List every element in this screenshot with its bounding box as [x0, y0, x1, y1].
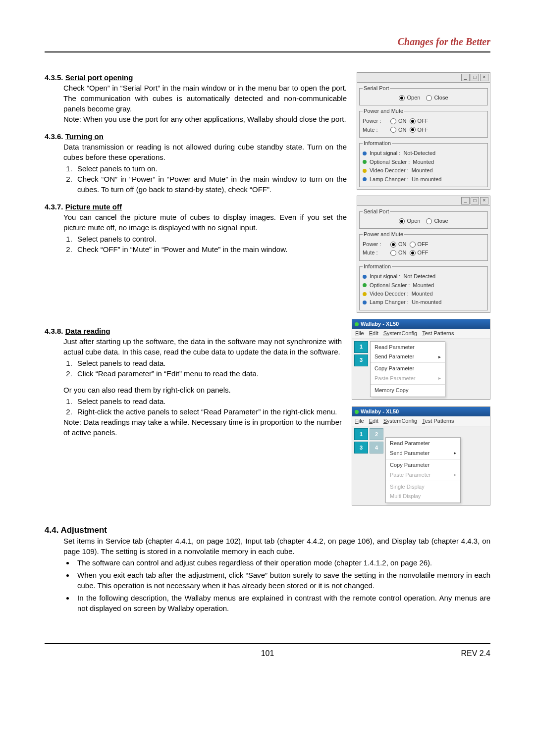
- menu-memory-copy[interactable]: Memory Copy: [371, 386, 445, 395]
- ctx-single-display: Single Display: [386, 482, 460, 492]
- section-4-3-6-list: Select panels to turn on. Check “ON” in …: [45, 163, 347, 195]
- chevron-right-icon: ▸: [454, 450, 456, 456]
- information-group: Information Input signal :Not-Detected O…: [359, 263, 488, 310]
- menu-edit[interactable]: Edit: [369, 330, 378, 337]
- status-dot-icon: [363, 160, 367, 164]
- ctx-multi-display: Multi Display: [386, 492, 460, 501]
- list-item: The software can control and adjust cube…: [74, 557, 490, 568]
- section-4-3-8-p3: Note: Data readings may take a while. Ne…: [63, 417, 342, 438]
- wallaby-window-edit-menu: Wallaby - XL50 FFileile Edit SystemConfi…: [352, 319, 490, 400]
- serial-close-radio[interactable]: Close: [426, 94, 448, 101]
- revision-label: REV 2.4: [461, 648, 490, 659]
- page-number: 101: [45, 648, 490, 659]
- ctx-send-parameter[interactable]: Send Parameter▸: [386, 449, 460, 458]
- section-4-4-p1: Set items in Service tab (chapter 4.4.1,…: [63, 536, 490, 556]
- section-4-4-bullets: The software can control and adjust cube…: [45, 557, 490, 613]
- panel-cell[interactable]: 3: [354, 354, 368, 366]
- section-4-3-5-p2: Note: When you use the port for any othe…: [63, 114, 347, 124]
- panel-cell[interactable]: 3: [354, 442, 368, 454]
- power-label: Power :: [363, 241, 387, 248]
- minimize-icon[interactable]: _: [461, 197, 470, 204]
- panel-cell[interactable]: 1: [354, 428, 368, 440]
- status-dot-icon: [363, 283, 367, 287]
- panel-cell[interactable]: 4: [370, 442, 383, 454]
- list-item: Check “OFF” in “Mute” in “Power and Mute…: [74, 244, 347, 254]
- mute-label: Mute :: [363, 249, 387, 256]
- app-title: Wallaby - XL50: [352, 319, 490, 329]
- menu-paste-parameter: Paste Parameter▸: [371, 374, 445, 383]
- status-dot-icon: [363, 301, 367, 304]
- list-item: Select panels to turn on.: [74, 163, 347, 174]
- power-off-radio[interactable]: OFF: [410, 241, 428, 248]
- menu-systemconfig[interactable]: SystemConfig: [383, 417, 417, 425]
- close-icon[interactable]: ×: [480, 197, 488, 204]
- list-item: Right-click the active panels to select …: [74, 406, 342, 417]
- edit-dropdown: Read Parameter Send Parameter▸ Copy Para…: [370, 341, 445, 397]
- section-4-3-8-list-a: Select panels to read data. Click “Read …: [45, 358, 342, 379]
- app-title: Wallaby - XL50: [352, 407, 490, 416]
- menu-file[interactable]: FFileile: [355, 330, 364, 337]
- maximize-icon[interactable]: □: [471, 74, 479, 81]
- menu-testpatterns[interactable]: Test Patterns: [422, 330, 454, 337]
- chevron-right-icon: ▸: [438, 375, 441, 382]
- main-window-panel-1: _ □ × Serial Port Open Close Power and M…: [357, 72, 490, 190]
- mute-off-radio[interactable]: OFF: [410, 126, 428, 134]
- menu-systemconfig[interactable]: SystemConfig: [383, 330, 417, 337]
- main-window-panel-2: _ □ × Serial Port Open Close Power and M…: [357, 196, 490, 313]
- serial-close-radio[interactable]: Close: [426, 217, 448, 225]
- menu-read-parameter[interactable]: Read Parameter: [371, 343, 445, 352]
- section-4-3-7-heading: 4.3.7. Picture mute off: [45, 202, 347, 212]
- mute-on-radio[interactable]: ON: [390, 126, 407, 134]
- power-on-radio[interactable]: ON: [390, 241, 407, 248]
- status-dot-icon: [355, 410, 359, 414]
- mute-on-radio[interactable]: ON: [390, 249, 407, 256]
- list-item: In the following description, the Wallab…: [74, 593, 490, 613]
- section-4-3-8-list-b: Select panels to read data. Right-click …: [45, 396, 342, 417]
- section-4-3-8-p2: Or you can also read them by right-click…: [63, 385, 342, 395]
- chevron-right-icon: ▸: [454, 471, 456, 478]
- menu-file[interactable]: File: [355, 417, 364, 425]
- panel-cell[interactable]: 1: [354, 341, 368, 353]
- list-item: Check “ON” in “Power” in “Power and Mute…: [74, 174, 347, 195]
- close-icon[interactable]: ×: [480, 74, 488, 81]
- section-4-3-5-heading: 4.3.5. Serial port opening: [45, 72, 347, 83]
- status-dot-icon: [355, 322, 359, 326]
- menu-copy-parameter[interactable]: Copy Parameter: [371, 364, 445, 373]
- section-4-3-6-heading: 4.3.6. Turning on: [45, 131, 347, 142]
- list-item: Select panels to read data.: [74, 358, 342, 368]
- section-4-3-8-heading: 4.3.8. Data reading: [45, 326, 342, 336]
- power-off-radio[interactable]: OFF: [410, 117, 428, 125]
- power-label: Power :: [363, 117, 387, 125]
- section-4-3-7-list: Select panels to control. Check “OFF” in…: [45, 234, 347, 254]
- panel-cell[interactable]: 2: [370, 428, 383, 440]
- status-dot-icon: [363, 169, 367, 173]
- menu-edit[interactable]: Edit: [369, 417, 378, 425]
- page-header-slogan: Changes for the Better: [45, 35, 490, 52]
- maximize-icon[interactable]: □: [471, 197, 479, 204]
- serial-open-radio[interactable]: Open: [399, 217, 420, 225]
- mute-off-radio[interactable]: OFF: [410, 249, 428, 256]
- serial-port-group: Serial Port Open Close: [359, 85, 488, 105]
- power-on-radio[interactable]: ON: [390, 117, 407, 125]
- status-dot-icon: [363, 275, 367, 279]
- ctx-paste-parameter: Paste Parameter▸: [386, 470, 460, 480]
- information-group: Information Input signal :Not-Detected O…: [359, 140, 488, 187]
- section-4-4-heading: 4.4. Adjustment: [45, 524, 490, 536]
- status-dot-icon: [363, 151, 367, 155]
- power-mute-group: Power and Mute Power : ON OFF Mute : ON …: [359, 107, 488, 138]
- minimize-icon[interactable]: _: [461, 74, 470, 81]
- menu-testpatterns[interactable]: Test Patterns: [422, 417, 454, 425]
- serial-port-group: Serial Port Open Close: [359, 208, 488, 229]
- menu-send-parameter[interactable]: Send Parameter▸: [371, 352, 445, 361]
- chevron-right-icon: ▸: [438, 353, 441, 360]
- ctx-copy-parameter[interactable]: Copy Parameter: [386, 460, 460, 470]
- section-4-3-6-p1: Data transmission or reading is not allo…: [63, 142, 347, 162]
- serial-open-radio[interactable]: Open: [399, 94, 420, 101]
- power-mute-group: Power and Mute Power : ON OFF Mute : ON …: [359, 231, 488, 261]
- context-dropdown: Read Parameter Send Parameter▸ Copy Para…: [385, 437, 461, 503]
- status-dot-icon: [363, 177, 367, 181]
- list-item: Click “Read parameter” in “Edit” menu to…: [74, 368, 342, 379]
- mute-label: Mute :: [363, 126, 387, 134]
- section-4-3-7-p1: You can cancel the picture mute of cubes…: [63, 212, 347, 233]
- ctx-read-parameter[interactable]: Read Parameter: [386, 439, 460, 448]
